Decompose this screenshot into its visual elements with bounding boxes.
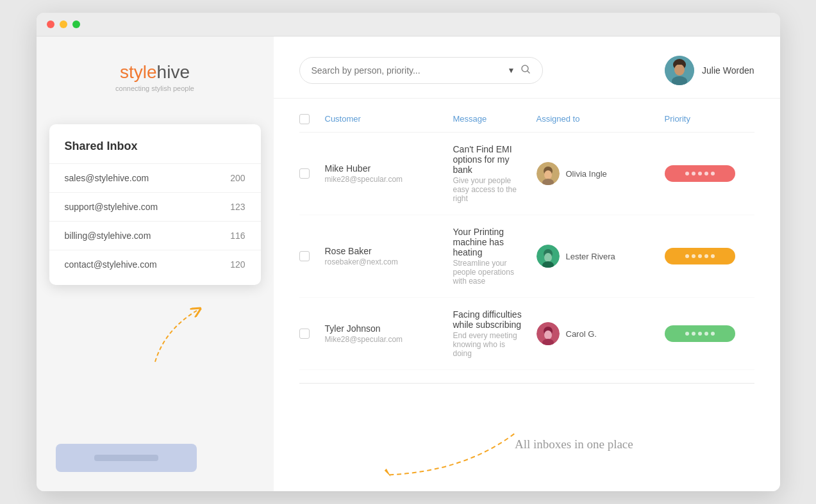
inbox-count-sales: 200: [230, 173, 245, 183]
svg-point-8: [544, 170, 552, 179]
user-name: Julie Worden: [702, 65, 754, 76]
priority-dots-2: [685, 254, 715, 258]
logo-area: stylehive connecting stylish people: [37, 56, 274, 111]
message-cell-1: Can't Find EMI options for my bank Give …: [453, 144, 537, 203]
annotation-text: All inboxes in one place: [515, 437, 633, 451]
row-checkbox-3[interactable]: [299, 329, 310, 339]
user-avatar: [665, 56, 694, 85]
inbox-item-contact[interactable]: contact@stylehive.com 120: [49, 250, 261, 279]
checkbox-cell-3: [299, 329, 325, 339]
svg-point-4: [674, 64, 685, 76]
priority-badge-high: [665, 165, 735, 182]
row-checkbox-2[interactable]: [299, 251, 310, 261]
customer-email-2: rosebaker@next.com: [325, 257, 453, 266]
close-dot[interactable]: [47, 20, 54, 28]
inbox-item-sales[interactable]: sales@stylehive.com 200: [49, 163, 261, 192]
table-header: Customer Message Assigned to Priority: [299, 105, 754, 133]
assignee-avatar-3: [537, 322, 560, 345]
search-icon[interactable]: [520, 64, 531, 77]
curved-arrow: [37, 291, 274, 368]
table-row[interactable]: Mike Huber mike28@specular.com Can't Fin…: [299, 133, 754, 215]
inbox-table: Customer Message Assigned to Priority Mi…: [274, 99, 780, 421]
message-cell-2: Your Printing machine has heating Stream…: [453, 227, 537, 286]
browser-body: stylehive connecting stylish people Shar…: [37, 37, 780, 491]
priority-cell-3: [665, 325, 754, 342]
message-preview-3: End every meeting knowing who is doing: [453, 331, 524, 358]
sidebar-placeholder-button[interactable]: [56, 444, 197, 472]
inbox-email-sales: sales@stylehive.com: [65, 173, 149, 183]
svg-point-16: [544, 330, 552, 339]
maximize-dot[interactable]: [72, 20, 80, 28]
logo-tagline: connecting stylish people: [56, 85, 254, 92]
filter-icon[interactable]: ▼: [508, 66, 515, 75]
priority-badge-medium: [665, 248, 735, 264]
sidebar-btn-inner: [94, 455, 158, 461]
search-bar[interactable]: ▼: [299, 57, 543, 84]
svg-marker-18: [384, 469, 390, 477]
browser-window: stylehive connecting stylish people Shar…: [37, 13, 780, 491]
customer-name-1: Mike Huber: [325, 163, 453, 174]
customer-name-2: Rose Baker: [325, 246, 453, 256]
table-row[interactable]: Rose Baker rosebaker@next.com Your Print…: [299, 215, 754, 298]
priority-cell-1: [665, 165, 754, 182]
assignee-avatar-1: [537, 162, 560, 185]
logo: stylehive: [56, 62, 254, 83]
annotation-area: All inboxes in one place: [274, 421, 780, 491]
svg-line-1: [528, 71, 529, 73]
search-input[interactable]: [312, 65, 503, 76]
checkbox-cell-1: [299, 168, 325, 179]
checkbox-header-cell: [299, 114, 325, 127]
inbox-count-billing: 116: [230, 231, 245, 241]
assignee-name-3: Carol G.: [566, 329, 597, 339]
assignee-name-1: Olivia Ingle: [566, 169, 607, 179]
priority-cell-2: [665, 248, 754, 264]
table-divider: [299, 383, 754, 384]
svg-point-12: [544, 253, 552, 262]
minimize-dot[interactable]: [60, 20, 67, 28]
main-header: ▼: [274, 37, 780, 99]
priority-badge-low: [665, 325, 735, 342]
message-subject-1: Can't Find EMI options for my bank: [453, 144, 524, 175]
inbox-email-support: support@stylehive.com: [65, 202, 158, 212]
user-area: Julie Worden: [665, 56, 754, 85]
table-row[interactable]: Tyler Johnson Mike28@specular.com Facing…: [299, 298, 754, 370]
customer-cell-3: Tyler Johnson Mike28@specular.com: [325, 323, 453, 344]
assignee-avatar-2: [537, 245, 560, 268]
inbox-item-support[interactable]: support@stylehive.com 123: [49, 192, 261, 221]
customer-email-1: mike28@specular.com: [325, 175, 453, 184]
assigned-header: Assigned to: [537, 114, 665, 127]
priority-dots-3: [685, 332, 715, 336]
priority-header: Priority: [665, 114, 754, 127]
assigned-cell-3: Carol G.: [537, 322, 665, 345]
customer-header: Customer: [325, 114, 453, 127]
message-preview-2: Streamline your people operations with e…: [453, 259, 524, 286]
message-subject-3: Facing difficulties while subscribing: [453, 309, 524, 330]
logo-style: style: [120, 62, 157, 82]
row-checkbox-1[interactable]: [299, 168, 310, 179]
message-subject-2: Your Printing machine has heating: [453, 227, 524, 257]
message-cell-3: Facing difficulties while subscribing En…: [453, 309, 537, 358]
inbox-item-billing[interactable]: billing@stylehive.com 116: [49, 221, 261, 250]
inbox-popup-title: Shared Inbox: [49, 140, 261, 163]
sidebar-bottom: [37, 431, 274, 491]
inbox-count-support: 123: [230, 202, 245, 212]
assigned-cell-2: Lester Rivera: [537, 245, 665, 268]
assigned-cell-1: Olivia Ingle: [537, 162, 665, 185]
user-avatar-svg: [665, 56, 694, 85]
customer-cell-2: Rose Baker rosebaker@next.com: [325, 246, 453, 266]
inbox-popup: Shared Inbox sales@stylehive.com 200 sup…: [49, 124, 261, 285]
sidebar: stylehive connecting stylish people Shar…: [37, 37, 274, 491]
annotation-arrow: [274, 427, 780, 478]
customer-cell-1: Mike Huber mike28@specular.com: [325, 163, 453, 184]
message-header: Message: [453, 114, 537, 127]
assignee-name-2: Lester Rivera: [566, 252, 615, 261]
browser-titlebar: [37, 13, 780, 37]
annotation-text-container: All inboxes in one place: [515, 437, 633, 451]
priority-dots-1: [685, 172, 715, 175]
checkbox-cell-2: [299, 251, 325, 261]
inbox-count-contact: 120: [230, 259, 245, 270]
inbox-email-billing: billing@stylehive.com: [65, 231, 151, 241]
select-all-checkbox[interactable]: [299, 114, 310, 124]
main-content: ▼: [274, 37, 780, 491]
logo-hive: hive: [157, 62, 190, 82]
